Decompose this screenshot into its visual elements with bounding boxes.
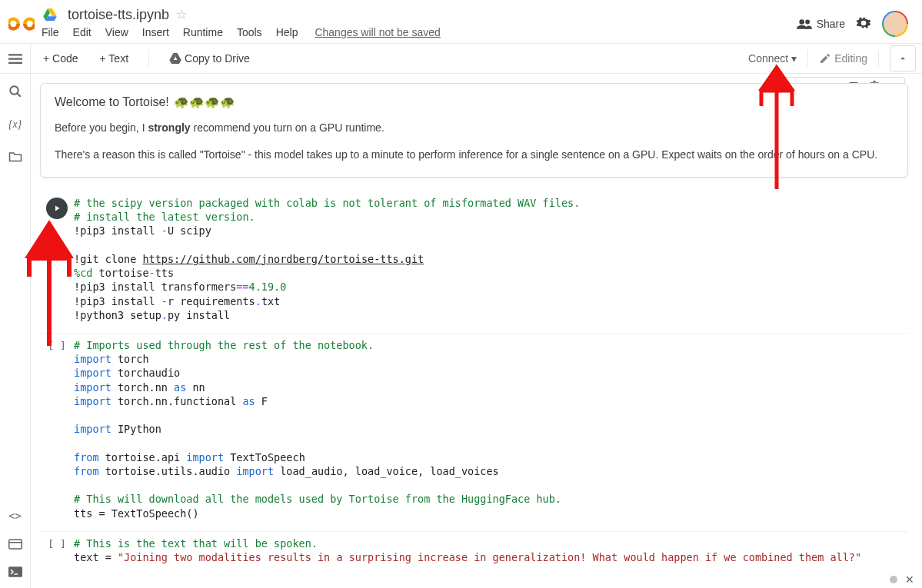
editing-button[interactable]: Editing [819,52,867,65]
separator [878,50,879,67]
close-icon[interactable]: ✕ [905,573,914,586]
cell-bracket: [ ] [48,340,65,520]
menu-insert[interactable]: Insert [142,26,169,38]
copy-drive-label: Copy to Drive [185,52,250,65]
connect-label: Connect [748,52,788,65]
editing-label: Editing [834,52,867,65]
paragraph-2: There's a reason this is called "Tortois… [55,147,894,163]
separator [148,50,149,67]
menu-bar: File Edit View Insert Runtime Tools Help… [40,23,797,42]
toc-icon[interactable] [8,54,23,65]
terminal-icon[interactable] [8,566,23,577]
menu-tools[interactable]: Tools [237,26,262,38]
menu-file[interactable]: File [42,26,59,38]
svg-point-11 [10,86,18,95]
code-snippets-icon[interactable]: <> [8,510,23,522]
svg-rect-13 [8,540,22,549]
text-cell[interactable]: Welcome to Tortoise! 🐢🐢🐢🐢 Before you beg… [40,83,908,178]
svg-rect-9 [8,58,22,60]
toolbar: + Code + Text Copy to Drive Connect ▾ Ed… [0,43,922,74]
code-cell-3[interactable]: [ ] # This is the text that will be spok… [40,531,908,571]
connect-button[interactable]: Connect ▾ [748,52,797,65]
code-editor[interactable]: # Imports used through the rest of the n… [74,338,561,520]
settings-icon[interactable] [856,15,871,33]
run-button[interactable] [46,198,68,219]
separator [807,50,808,67]
files-icon[interactable] [8,151,23,162]
copy-to-drive-button[interactable]: Copy to Drive [163,49,256,68]
welcome-heading: Welcome to Tortoise! 🐢🐢🐢🐢 [55,95,894,109]
svg-rect-10 [8,62,22,64]
code-cell-2[interactable]: [ ] # Imports used through the rest of t… [40,333,908,531]
heading-text: Welcome to Tortoise! [55,95,169,109]
svg-rect-8 [8,54,22,55]
svg-point-3 [799,19,804,25]
menu-runtime[interactable]: Runtime [183,26,223,38]
notebook-body: Welcome to Tortoise! 🐢🐢🐢🐢 Before you beg… [31,74,922,571]
vars-icon[interactable]: {x} [8,118,23,131]
cell-bracket: [ ] [48,538,65,564]
paragraph-1: Before you begin, I strongly recommend y… [55,120,894,136]
code-editor[interactable]: # This is the text that will be spoken. … [74,537,861,564]
menu-view[interactable]: View [105,26,128,38]
drive-icon [43,8,57,21]
svg-line-12 [17,93,21,97]
code-editor[interactable]: # the scipy version packaged with colab … [74,196,580,322]
menu-help[interactable]: Help [276,26,298,38]
search-icon[interactable] [8,85,23,98]
colab-logo[interactable] [6,8,37,39]
status-bar: ✕ [890,571,922,588]
share-label: Share [817,18,845,30]
code-cell-1[interactable]: # the scipy version packaged with colab … [40,191,908,333]
chevron-down-icon: ▾ [791,52,797,65]
star-icon[interactable]: ☆ [175,6,188,23]
svg-point-4 [805,20,810,25]
add-code-button[interactable]: + Code [37,49,85,68]
turtle-emoji: 🐢🐢🐢🐢 [174,95,235,109]
svg-rect-15 [8,566,22,577]
header: tortoise-tts.ipynb ☆ File Edit View Inse… [0,0,922,43]
notebook-title[interactable]: tortoise-tts.ipynb [68,7,169,23]
collapse-button[interactable] [890,45,916,71]
command-palette-icon[interactable] [8,539,23,550]
share-button[interactable]: Share [797,18,845,30]
add-text-button[interactable]: + Text [94,49,135,68]
avatar[interactable] [882,11,908,37]
changes-message[interactable]: Changes will not be saved [315,26,440,38]
menu-edit[interactable]: Edit [73,26,92,38]
left-rail: {x} <> [0,43,31,588]
status-indicator [890,576,897,583]
